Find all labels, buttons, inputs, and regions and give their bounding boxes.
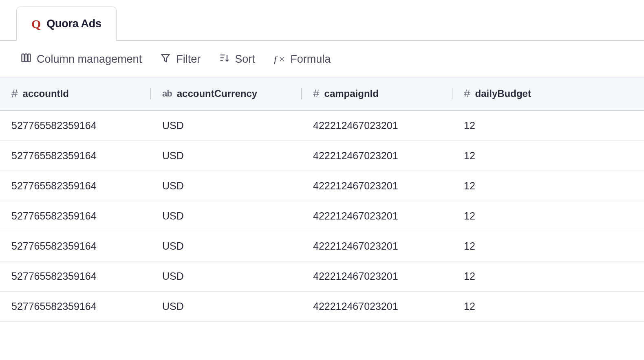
column-header-label: dailyBudget bbox=[475, 88, 531, 99]
cell-dailybudget: 12 bbox=[452, 141, 644, 171]
cell-dailybudget: 12 bbox=[452, 261, 644, 291]
tab-label: Quora Ads bbox=[46, 18, 101, 30]
cell-campaignid: 422212467023201 bbox=[302, 201, 452, 231]
svg-rect-1 bbox=[25, 54, 27, 62]
formula-icon: ƒ× bbox=[273, 53, 286, 66]
number-type-icon: # bbox=[464, 88, 470, 99]
filter-label: Filter bbox=[176, 53, 201, 66]
filter-icon bbox=[160, 52, 171, 66]
table-header-row: # accountId ab accountCurrency # campaig… bbox=[0, 77, 644, 111]
table-row[interactable]: 527765582359164USD42221246702320112 bbox=[0, 111, 644, 141]
sort-button[interactable]: Sort bbox=[218, 52, 255, 66]
column-header-campaignid[interactable]: # campaignId bbox=[302, 77, 452, 110]
column-management-label: Column management bbox=[37, 53, 142, 66]
table-body: 527765582359164USD4222124670232011252776… bbox=[0, 111, 644, 322]
table-row[interactable]: 527765582359164USD42221246702320112 bbox=[0, 201, 644, 231]
table-row[interactable]: 527765582359164USD42221246702320112 bbox=[0, 231, 644, 261]
columns-icon bbox=[20, 52, 32, 66]
column-header-accountid[interactable]: # accountId bbox=[0, 77, 151, 110]
cell-accountcurrency: USD bbox=[151, 292, 302, 321]
cell-accountid: 527765582359164 bbox=[0, 111, 151, 140]
cell-accountcurrency: USD bbox=[151, 111, 302, 140]
cell-accountid: 527765582359164 bbox=[0, 231, 151, 261]
cell-campaignid: 422212467023201 bbox=[302, 292, 452, 321]
column-header-label: campaignId bbox=[324, 88, 379, 99]
svg-rect-0 bbox=[22, 54, 24, 62]
quora-icon: Q bbox=[31, 18, 41, 30]
text-type-icon: ab bbox=[162, 89, 172, 98]
cell-accountcurrency: USD bbox=[151, 141, 302, 171]
cell-dailybudget: 12 bbox=[452, 231, 644, 261]
cell-accountid: 527765582359164 bbox=[0, 292, 151, 321]
number-type-icon: # bbox=[11, 88, 18, 99]
data-table: # accountId ab accountCurrency # campaig… bbox=[0, 77, 644, 322]
tab-quora-ads[interactable]: Q Quora Ads bbox=[16, 7, 117, 41]
cell-dailybudget: 12 bbox=[452, 171, 644, 201]
column-header-dailybudget[interactable]: # dailyBudget bbox=[452, 77, 644, 110]
cell-accountcurrency: USD bbox=[151, 261, 302, 291]
svg-rect-2 bbox=[28, 54, 31, 62]
table-row[interactable]: 527765582359164USD42221246702320112 bbox=[0, 141, 644, 171]
formula-label: Formula bbox=[290, 53, 331, 66]
column-header-label: accountId bbox=[23, 88, 69, 99]
cell-dailybudget: 12 bbox=[452, 111, 644, 140]
tabs-bar: Q Quora Ads bbox=[0, 0, 644, 41]
sort-label: Sort bbox=[235, 53, 255, 66]
table-row[interactable]: 527765582359164USD42221246702320112 bbox=[0, 292, 644, 322]
cell-campaignid: 422212467023201 bbox=[302, 141, 452, 171]
toolbar: Column management Filter Sort ƒ× Formula bbox=[0, 41, 644, 77]
cell-campaignid: 422212467023201 bbox=[302, 231, 452, 261]
cell-accountcurrency: USD bbox=[151, 231, 302, 261]
cell-dailybudget: 12 bbox=[452, 201, 644, 231]
cell-accountid: 527765582359164 bbox=[0, 141, 151, 171]
number-type-icon: # bbox=[313, 88, 320, 99]
column-header-accountcurrency[interactable]: ab accountCurrency bbox=[151, 77, 302, 110]
cell-dailybudget: 12 bbox=[452, 292, 644, 321]
table-row[interactable]: 527765582359164USD42221246702320112 bbox=[0, 261, 644, 292]
cell-accountcurrency: USD bbox=[151, 171, 302, 201]
table-row[interactable]: 527765582359164USD42221246702320112 bbox=[0, 171, 644, 201]
column-management-button[interactable]: Column management bbox=[20, 52, 142, 66]
cell-accountid: 527765582359164 bbox=[0, 171, 151, 201]
cell-campaignid: 422212467023201 bbox=[302, 171, 452, 201]
cell-campaignid: 422212467023201 bbox=[302, 111, 452, 140]
cell-accountcurrency: USD bbox=[151, 201, 302, 231]
cell-accountid: 527765582359164 bbox=[0, 261, 151, 291]
column-header-label: accountCurrency bbox=[177, 88, 257, 99]
sort-icon bbox=[218, 52, 230, 66]
cell-accountid: 527765582359164 bbox=[0, 201, 151, 231]
filter-button[interactable]: Filter bbox=[160, 52, 201, 66]
cell-campaignid: 422212467023201 bbox=[302, 261, 452, 291]
formula-button[interactable]: ƒ× Formula bbox=[273, 53, 331, 66]
